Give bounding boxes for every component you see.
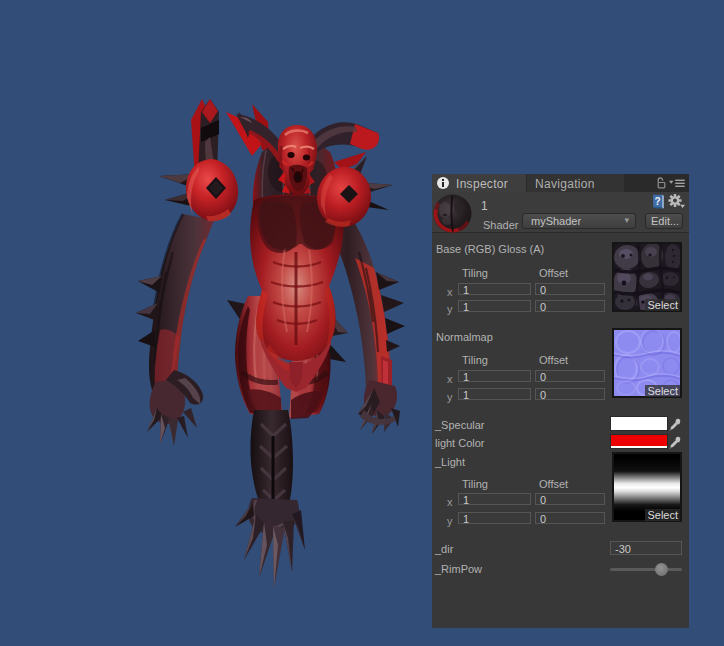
svg-text:?: ? <box>655 196 661 207</box>
